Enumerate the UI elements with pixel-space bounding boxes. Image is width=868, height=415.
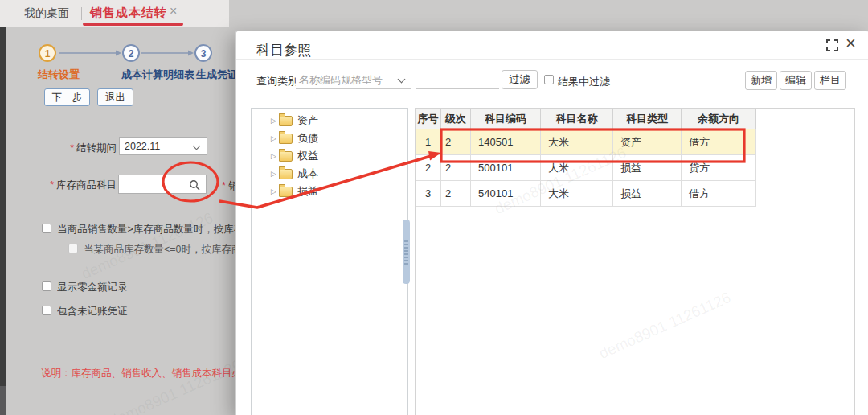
- wizard-step-3: 3: [194, 44, 212, 62]
- stock-account-label-text: 库存商品科目: [56, 179, 117, 191]
- checkbox-show-zero-amount[interactable]: [42, 281, 51, 291]
- stock-account-input[interactable]: [118, 175, 207, 194]
- clipped-sales-label: *销: [222, 179, 236, 193]
- table-cell: 3: [416, 181, 441, 207]
- table-cell: 借方: [682, 181, 756, 207]
- tree-item-cost[interactable]: ▷ 成本: [252, 165, 407, 183]
- tree-item-label: 资产: [297, 113, 318, 128]
- wizard-step-1: 1: [39, 44, 56, 62]
- dialog-title: 科目参照: [256, 41, 311, 60]
- dialog-header-divider: [236, 59, 868, 60]
- table-cell: 大米: [541, 129, 613, 155]
- wizard-step-1-label: 结转设置: [38, 68, 80, 82]
- folder-icon: [279, 169, 293, 179]
- period-value: 2022.11: [125, 141, 160, 152]
- exit-button[interactable]: 退出: [97, 88, 133, 106]
- tree-scrollbar-thumb[interactable]: [403, 220, 410, 284]
- chevron-down-icon: [193, 142, 201, 150]
- tree-expander-icon[interactable]: ▷: [271, 117, 279, 125]
- edit-button[interactable]: 编辑: [780, 71, 812, 90]
- table-cell: 大米: [541, 181, 613, 207]
- chevron-down-icon: [398, 76, 406, 84]
- account-table-pane: 序号 级次 科目编码 科目名称 科目类型 余额方向 1 2 140501 大米 …: [415, 108, 855, 415]
- query-category-select[interactable]: 名称编码规格型号: [296, 70, 411, 89]
- tree-item-profit-loss[interactable]: ▷ 损益: [252, 183, 407, 200]
- table-cell: 资产: [613, 129, 682, 155]
- add-button[interactable]: 新增: [745, 71, 777, 90]
- checkbox-zero-stock-rule[interactable]: [68, 244, 78, 253]
- filter-keyword-input[interactable]: [416, 70, 499, 89]
- tree-item-label: 损益: [297, 184, 318, 199]
- table-row[interactable]: 2 2 500101 大米 损益 贷方: [416, 155, 854, 181]
- checkbox-include-unposted[interactable]: [42, 306, 51, 315]
- filter-button[interactable]: 过滤: [502, 70, 538, 89]
- wizard-step-2: 2: [122, 44, 140, 62]
- query-category-value: 名称编码规格型号: [299, 73, 383, 88]
- tab-close-icon[interactable]: ×: [170, 4, 177, 18]
- tree-item-equity[interactable]: ▷ 权益: [252, 147, 407, 165]
- table-cell: 540101: [471, 181, 541, 207]
- filter-in-results-checkbox[interactable]: [544, 75, 554, 84]
- table-cell: 损益: [613, 181, 682, 207]
- table-cell: 2: [441, 181, 471, 207]
- tree-item-label: 负债: [297, 131, 318, 146]
- dialog-close-icon[interactable]: ×: [845, 33, 856, 54]
- required-marker: *: [70, 142, 74, 154]
- left-edge-panel-footer: [0, 386, 6, 415]
- column-header[interactable]: 科目类型: [613, 109, 682, 129]
- table-cell: 借方: [682, 129, 756, 155]
- table-row[interactable]: 3 2 540101 大米 损益 借方: [416, 181, 854, 207]
- folder-icon: [279, 134, 293, 144]
- table-cell: 大米: [541, 155, 613, 181]
- tab-my-desktop[interactable]: 我的桌面: [24, 6, 69, 21]
- folder-icon: [279, 116, 293, 126]
- period-label-text: 结转期间: [76, 142, 117, 154]
- active-tab-underline: [83, 23, 183, 26]
- column-header[interactable]: 余额方向: [682, 109, 756, 129]
- table-header-row: 序号 级次 科目编码 科目名称 科目类型 余额方向: [416, 109, 854, 129]
- checkbox-show-zero-amount-label: 显示零金额记录: [57, 281, 235, 294]
- table-cell: 140501: [471, 129, 541, 155]
- column-header[interactable]: 科目名称: [541, 109, 613, 129]
- filter-in-results-label: 结果中过滤: [558, 75, 610, 89]
- period-label: *结转期间: [32, 142, 117, 155]
- tree-expander-icon[interactable]: ▷: [271, 152, 279, 160]
- folder-icon: [279, 151, 293, 162]
- column-header[interactable]: 科目编码: [471, 109, 541, 129]
- period-select[interactable]: 2022.11: [119, 137, 207, 155]
- tree-item-label: 权益: [297, 149, 318, 163]
- table-row-selected[interactable]: 1 2 140501 大米 资产 借方: [416, 129, 854, 155]
- left-edge-panel: [0, 27, 6, 386]
- app-screen: 我的桌面 销售成本结转 × 1 2 3 结转设置 成本计算明细表 生成凭证 下一…: [0, 0, 868, 415]
- tree-expander-icon[interactable]: ▷: [271, 134, 279, 142]
- hint-note: 说明：库存商品、销售收入、销售成本科目必须: [41, 367, 235, 380]
- column-header[interactable]: 序号: [416, 109, 441, 129]
- wizard-step-2-label: 成本计算明细表: [121, 68, 194, 82]
- watermark: demo8901 11261126: [107, 356, 244, 415]
- column-header[interactable]: 级次: [441, 109, 471, 129]
- checkbox-qty-rule-label: 当商品销售数量>库存商品数量时，按库存商: [57, 223, 235, 236]
- checkbox-include-unposted-label: 包含未记账凭证: [57, 305, 235, 318]
- checkbox-qty-rule[interactable]: [42, 224, 51, 233]
- required-marker: *: [222, 180, 226, 191]
- account-tree-panel: ▷ 资产 ▷ 负债 ▷ 权益 ▷ 成本 ▷ 损益: [251, 108, 408, 415]
- wizard-step-3-label: 生成凭证: [196, 68, 238, 82]
- tree-item-label: 成本: [297, 166, 318, 181]
- tree-expander-icon[interactable]: ▷: [271, 170, 279, 178]
- table-cell: 500101: [471, 155, 541, 181]
- columns-button[interactable]: 栏目: [814, 71, 846, 90]
- tree-item-assets[interactable]: ▷ 资产: [252, 112, 407, 129]
- tree-expander-icon[interactable]: ▷: [271, 187, 279, 195]
- table-cell: 损益: [613, 155, 682, 181]
- search-icon[interactable]: [189, 179, 201, 191]
- tab-sales-cost-carryover[interactable]: 销售成本结转: [90, 6, 167, 21]
- maximize-icon[interactable]: [825, 39, 839, 52]
- query-category-label: 查询类别: [256, 74, 298, 88]
- stock-account-label: *库存商品科目: [24, 179, 117, 192]
- account-reference-dialog: 科目参照 × 查询类别 名称编码规格型号 过滤 结果中过滤 新增 编辑 栏目 ▷…: [235, 31, 868, 415]
- required-marker: *: [50, 179, 54, 191]
- next-step-button[interactable]: 下一步: [44, 88, 90, 106]
- checkbox-zero-stock-rule-label: 当某商品库存数量<=0时，按库存商品结: [84, 243, 235, 257]
- tree-item-liabilities[interactable]: ▷ 负债: [252, 129, 407, 147]
- table-cell: 2: [441, 155, 471, 181]
